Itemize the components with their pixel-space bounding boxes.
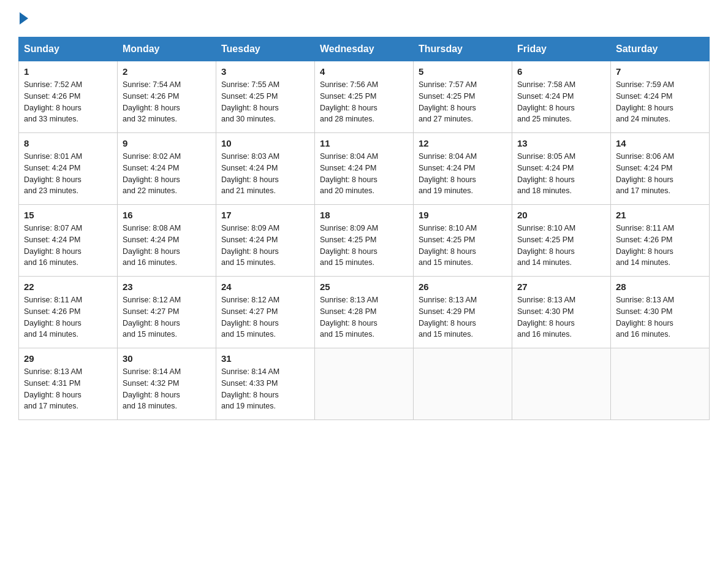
table-row: 16Sunrise: 8:08 AMSunset: 4:24 PMDayligh…	[118, 205, 216, 277]
calendar-week-row: 29Sunrise: 8:13 AMSunset: 4:31 PMDayligh…	[19, 348, 710, 420]
day-info: Sunrise: 8:04 AMSunset: 4:24 PMDaylight:…	[419, 151, 507, 197]
day-number: 30	[123, 353, 211, 364]
table-row: 29Sunrise: 8:13 AMSunset: 4:31 PMDayligh…	[19, 348, 118, 420]
day-info: Sunrise: 7:58 AMSunset: 4:24 PMDaylight:…	[517, 79, 605, 125]
calendar-table: Sunday Monday Tuesday Wednesday Thursday…	[18, 37, 710, 420]
day-number: 18	[320, 210, 408, 220]
day-number: 29	[24, 353, 112, 364]
col-friday: Friday	[512, 37, 611, 61]
col-monday: Monday	[118, 37, 216, 61]
day-number: 20	[517, 210, 605, 220]
table-row	[611, 348, 710, 420]
col-saturday: Saturday	[611, 37, 710, 61]
day-number: 1	[24, 66, 112, 77]
table-row: 1Sunrise: 7:52 AMSunset: 4:26 PMDaylight…	[19, 61, 118, 133]
day-info: Sunrise: 8:06 AMSunset: 4:24 PMDaylight:…	[616, 151, 704, 197]
day-number: 8	[24, 138, 112, 148]
day-info: Sunrise: 8:12 AMSunset: 4:27 PMDaylight:…	[221, 294, 309, 340]
day-info: Sunrise: 8:12 AMSunset: 4:27 PMDaylight:…	[123, 294, 211, 340]
day-number: 14	[616, 138, 704, 148]
day-number: 9	[123, 138, 211, 148]
day-number: 23	[123, 282, 211, 292]
day-number: 12	[419, 138, 507, 148]
day-number: 19	[419, 210, 507, 220]
day-number: 5	[419, 66, 507, 77]
day-info: Sunrise: 8:05 AMSunset: 4:24 PMDaylight:…	[517, 151, 605, 197]
day-info: Sunrise: 8:09 AMSunset: 4:24 PMDaylight:…	[221, 223, 309, 269]
day-number: 31	[221, 353, 309, 364]
day-info: Sunrise: 8:01 AMSunset: 4:24 PMDaylight:…	[24, 151, 112, 197]
calendar-week-row: 8Sunrise: 8:01 AMSunset: 4:24 PMDaylight…	[19, 133, 710, 205]
day-info: Sunrise: 8:13 AMSunset: 4:30 PMDaylight:…	[517, 294, 605, 340]
table-row: 13Sunrise: 8:05 AMSunset: 4:24 PMDayligh…	[512, 133, 611, 205]
day-info: Sunrise: 8:09 AMSunset: 4:25 PMDaylight:…	[320, 223, 408, 269]
day-info: Sunrise: 7:57 AMSunset: 4:25 PMDaylight:…	[419, 79, 507, 125]
table-row: 26Sunrise: 8:13 AMSunset: 4:29 PMDayligh…	[414, 277, 512, 348]
table-row: 5Sunrise: 7:57 AMSunset: 4:25 PMDaylight…	[414, 61, 512, 133]
day-info: Sunrise: 8:13 AMSunset: 4:31 PMDaylight:…	[24, 366, 112, 412]
day-info: Sunrise: 8:13 AMSunset: 4:28 PMDaylight:…	[320, 294, 408, 340]
day-info: Sunrise: 7:59 AMSunset: 4:24 PMDaylight:…	[616, 79, 704, 125]
table-row: 6Sunrise: 7:58 AMSunset: 4:24 PMDaylight…	[512, 61, 611, 133]
day-number: 27	[517, 282, 605, 292]
day-info: Sunrise: 8:10 AMSunset: 4:25 PMDaylight:…	[419, 223, 507, 269]
day-number: 17	[221, 210, 309, 220]
day-info: Sunrise: 8:04 AMSunset: 4:24 PMDaylight:…	[320, 151, 408, 197]
day-number: 6	[517, 66, 605, 77]
table-row: 17Sunrise: 8:09 AMSunset: 4:24 PMDayligh…	[216, 205, 315, 277]
table-row: 11Sunrise: 8:04 AMSunset: 4:24 PMDayligh…	[315, 133, 414, 205]
day-number: 28	[616, 282, 704, 292]
day-number: 15	[24, 210, 112, 220]
day-number: 24	[221, 282, 309, 292]
col-thursday: Thursday	[414, 37, 512, 61]
day-number: 2	[123, 66, 211, 77]
calendar-week-row: 22Sunrise: 8:11 AMSunset: 4:26 PMDayligh…	[19, 277, 710, 348]
day-number: 26	[419, 282, 507, 292]
table-row: 31Sunrise: 8:14 AMSunset: 4:33 PMDayligh…	[216, 348, 315, 420]
table-row: 27Sunrise: 8:13 AMSunset: 4:30 PMDayligh…	[512, 277, 611, 348]
day-info: Sunrise: 8:13 AMSunset: 4:30 PMDaylight:…	[616, 294, 704, 340]
table-row: 28Sunrise: 8:13 AMSunset: 4:30 PMDayligh…	[611, 277, 710, 348]
day-number: 7	[616, 66, 704, 77]
day-info: Sunrise: 7:55 AMSunset: 4:25 PMDaylight:…	[221, 79, 309, 125]
logo-arrow-icon	[20, 12, 28, 25]
table-row: 30Sunrise: 8:14 AMSunset: 4:32 PMDayligh…	[118, 348, 216, 420]
table-row: 23Sunrise: 8:12 AMSunset: 4:27 PMDayligh…	[118, 277, 216, 348]
table-row: 24Sunrise: 8:12 AMSunset: 4:27 PMDayligh…	[216, 277, 315, 348]
table-row: 3Sunrise: 7:55 AMSunset: 4:25 PMDaylight…	[216, 61, 315, 133]
day-info: Sunrise: 7:52 AMSunset: 4:26 PMDaylight:…	[24, 79, 112, 125]
day-info: Sunrise: 8:08 AMSunset: 4:24 PMDaylight:…	[123, 223, 211, 269]
day-number: 21	[616, 210, 704, 220]
day-number: 22	[24, 282, 112, 292]
day-number: 10	[221, 138, 309, 148]
table-row: 18Sunrise: 8:09 AMSunset: 4:25 PMDayligh…	[315, 205, 414, 277]
table-row: 8Sunrise: 8:01 AMSunset: 4:24 PMDaylight…	[19, 133, 118, 205]
col-sunday: Sunday	[19, 37, 118, 61]
calendar-week-row: 1Sunrise: 7:52 AMSunset: 4:26 PMDaylight…	[19, 61, 710, 133]
day-info: Sunrise: 8:07 AMSunset: 4:24 PMDaylight:…	[24, 223, 112, 269]
day-number: 16	[123, 210, 211, 220]
table-row: 12Sunrise: 8:04 AMSunset: 4:24 PMDayligh…	[414, 133, 512, 205]
table-row: 21Sunrise: 8:11 AMSunset: 4:26 PMDayligh…	[611, 205, 710, 277]
day-number: 11	[320, 138, 408, 148]
day-info: Sunrise: 7:54 AMSunset: 4:26 PMDaylight:…	[123, 79, 211, 125]
table-row	[512, 348, 611, 420]
table-row: 14Sunrise: 8:06 AMSunset: 4:24 PMDayligh…	[611, 133, 710, 205]
col-tuesday: Tuesday	[216, 37, 315, 61]
table-row: 20Sunrise: 8:10 AMSunset: 4:25 PMDayligh…	[512, 205, 611, 277]
day-number: 4	[320, 66, 408, 77]
day-info: Sunrise: 7:56 AMSunset: 4:25 PMDaylight:…	[320, 79, 408, 125]
table-row: 10Sunrise: 8:03 AMSunset: 4:24 PMDayligh…	[216, 133, 315, 205]
table-row: 4Sunrise: 7:56 AMSunset: 4:25 PMDaylight…	[315, 61, 414, 133]
table-row: 19Sunrise: 8:10 AMSunset: 4:25 PMDayligh…	[414, 205, 512, 277]
table-row: 2Sunrise: 7:54 AMSunset: 4:26 PMDaylight…	[118, 61, 216, 133]
day-info: Sunrise: 8:02 AMSunset: 4:24 PMDaylight:…	[123, 151, 211, 197]
table-row: 7Sunrise: 7:59 AMSunset: 4:24 PMDaylight…	[611, 61, 710, 133]
table-row: 25Sunrise: 8:13 AMSunset: 4:28 PMDayligh…	[315, 277, 414, 348]
page-header	[18, 12, 710, 25]
table-row	[315, 348, 414, 420]
day-info: Sunrise: 8:11 AMSunset: 4:26 PMDaylight:…	[24, 294, 112, 340]
table-row: 15Sunrise: 8:07 AMSunset: 4:24 PMDayligh…	[19, 205, 118, 277]
calendar-header-row: Sunday Monday Tuesday Wednesday Thursday…	[19, 37, 710, 61]
day-info: Sunrise: 8:14 AMSunset: 4:33 PMDaylight:…	[221, 366, 309, 412]
